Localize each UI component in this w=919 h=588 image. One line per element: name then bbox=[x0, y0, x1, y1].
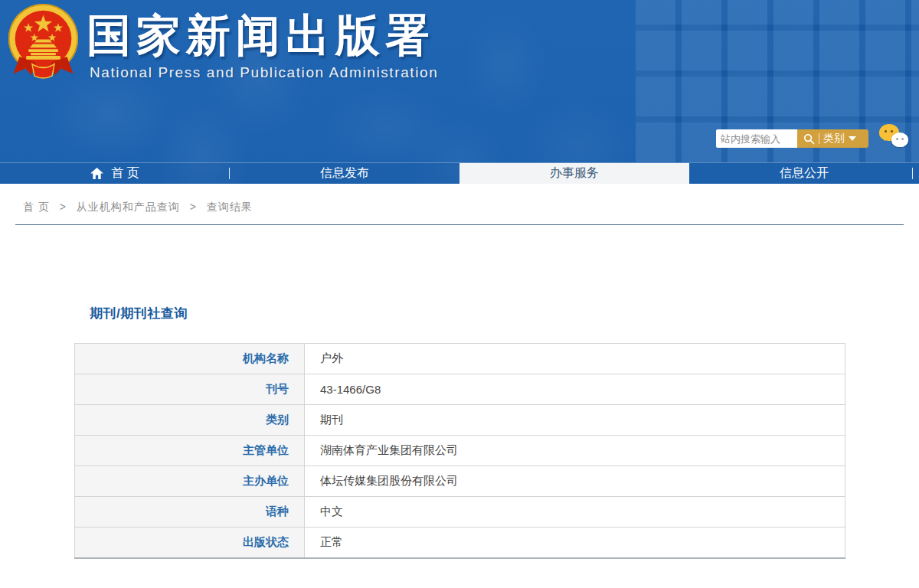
home-icon bbox=[90, 168, 103, 179]
table-row: 类别 期刊 bbox=[75, 405, 845, 436]
site-title: 国家新闻出版署 bbox=[87, 6, 435, 66]
search-gold-panel: 类别 bbox=[797, 129, 868, 148]
breadcrumb-current: 查询结果 bbox=[207, 201, 253, 213]
nav-tab-disclosure[interactable]: 信息公开 bbox=[689, 163, 919, 184]
row-label: 机构名称 bbox=[75, 344, 305, 374]
row-label: 主管单位 bbox=[75, 436, 305, 466]
result-table: 机构名称 户外 刊号 43-1466/G8 类别 期刊 主管单位 湖南体育产业集… bbox=[74, 343, 845, 559]
site-search: 类别 bbox=[716, 129, 868, 148]
nav-tab-services[interactable]: 办事服务 bbox=[460, 163, 689, 184]
row-value: 户外 bbox=[305, 344, 845, 374]
search-input[interactable] bbox=[716, 129, 797, 148]
table-row: 出版状态 正常 bbox=[75, 528, 845, 558]
table-row: 主管单位 湖南体育产业集团有限公司 bbox=[75, 436, 845, 466]
nav-divider bbox=[912, 168, 913, 179]
main-nav: 首 页 信息发布 办事服务 信息公开 bbox=[0, 162, 919, 184]
row-label: 类别 bbox=[75, 405, 305, 436]
row-value: 体坛传媒集团股份有限公司 bbox=[305, 466, 845, 497]
row-value: 中文 bbox=[305, 497, 845, 528]
site-subtitle: National Press and Publication Administr… bbox=[90, 64, 438, 81]
breadcrumb-home[interactable]: 首 页 bbox=[23, 201, 50, 213]
site-header: 国家新闻出版署 National Press and Publication A… bbox=[0, 0, 919, 184]
breadcrumb-separator: > bbox=[190, 201, 197, 213]
row-label: 刊号 bbox=[75, 374, 305, 405]
search-icon bbox=[803, 133, 815, 145]
breadcrumb-bar: 首 页 > 从业机构和产品查询 > 查询结果 bbox=[0, 184, 919, 214]
row-value: 期刊 bbox=[305, 405, 845, 436]
table-row: 主办单位 体坛传媒集团股份有限公司 bbox=[75, 466, 845, 497]
nav-tab-label: 办事服务 bbox=[550, 165, 599, 181]
row-value: 湖南体育产业集团有限公司 bbox=[305, 436, 845, 466]
breadcrumb: 首 页 > 从业机构和产品查询 > 查询结果 bbox=[23, 201, 919, 214]
main-content: 期刊/期刊社查询 机构名称 户外 刊号 43-1466/G8 类别 期刊 主管单… bbox=[0, 225, 919, 559]
row-label: 语种 bbox=[75, 497, 305, 528]
breadcrumb-separator: > bbox=[60, 201, 67, 213]
row-value: 43-1466/G8 bbox=[305, 374, 845, 405]
table-row: 机构名称 户外 bbox=[75, 344, 845, 374]
wechat-icon[interactable] bbox=[879, 124, 910, 152]
nav-tab-news[interactable]: 信息发布 bbox=[230, 163, 460, 184]
search-divider bbox=[819, 133, 819, 144]
page-title: 期刊/期刊社查询 bbox=[90, 305, 919, 322]
wechat-bubble-white bbox=[891, 132, 908, 147]
table-row: 语种 中文 bbox=[75, 497, 845, 528]
table-row: 刊号 43-1466/G8 bbox=[75, 374, 845, 405]
nav-tab-label: 信息发布 bbox=[320, 165, 369, 181]
search-button[interactable] bbox=[803, 133, 815, 145]
row-label: 出版状态 bbox=[75, 528, 305, 558]
row-label: 主办单位 bbox=[75, 466, 305, 497]
nav-tab-home[interactable]: 首 页 bbox=[0, 163, 230, 184]
row-value: 正常 bbox=[305, 528, 845, 558]
category-dropdown[interactable]: 类别 bbox=[823, 132, 856, 145]
chevron-down-icon bbox=[849, 136, 856, 141]
nav-tab-label: 信息公开 bbox=[780, 165, 829, 181]
category-label: 类别 bbox=[823, 132, 845, 145]
nav-tab-label: 首 页 bbox=[111, 165, 139, 181]
breadcrumb-query[interactable]: 从业机构和产品查询 bbox=[77, 201, 180, 213]
national-emblem-logo bbox=[6, 3, 80, 80]
